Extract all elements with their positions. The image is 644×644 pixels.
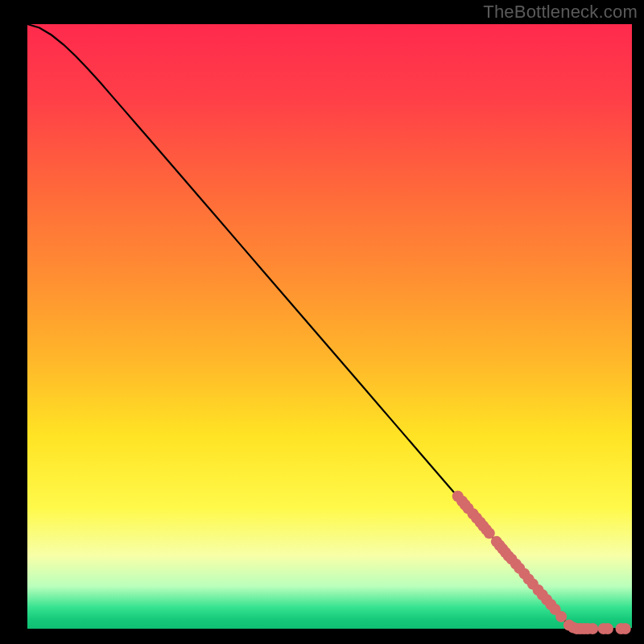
chart-svg [0,0,644,644]
data-marker [555,611,567,622]
watermark-text: TheBottleneck.com [483,2,638,23]
chart-stage: TheBottleneck.com [0,0,644,644]
plot-area [27,24,632,629]
data-marker [602,623,613,634]
data-marker [587,623,598,634]
data-marker [620,623,631,634]
